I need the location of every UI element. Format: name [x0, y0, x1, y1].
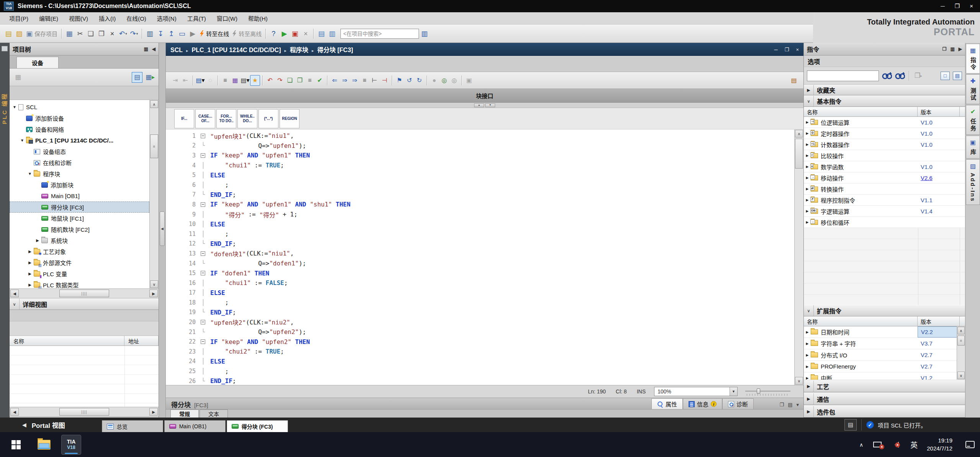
tab-devices[interactable]: 设备: [16, 57, 59, 68]
instruction-row[interactable]: ▶中断V1.2: [804, 372, 965, 380]
split-editor-horizontal-icon[interactable]: ▤: [316, 28, 327, 39]
search-down-icon[interactable]: [882, 71, 892, 80]
side-tab-测试[interactable]: ✚测试: [966, 74, 980, 104]
split-editor-vertical-icon[interactable]: ▥: [327, 28, 337, 39]
instruction-row[interactable]: ▶↔移位和循环: [804, 217, 965, 228]
list-pane-icon[interactable]: ▤: [788, 402, 792, 408]
bookmark-icon[interactable]: ⚑: [394, 75, 404, 86]
properties-button-诊断[interactable]: 诊断: [722, 398, 754, 409]
fold-toggle-icon[interactable]: −: [199, 251, 210, 256]
chevron-down-icon[interactable]: ∨: [804, 305, 814, 316]
go-offline-button[interactable]: 转至离线: [231, 28, 263, 39]
chevron-right-icon[interactable]: ▶: [804, 330, 811, 334]
minimize-icon[interactable]: ─: [941, 3, 945, 10]
code-line[interactable]: 18│ ;: [166, 298, 794, 308]
instruction-search-input[interactable]: [807, 70, 879, 81]
snippet-button-1[interactable]: CASE...OF...: [195, 109, 215, 128]
block-interface-bar[interactable]: 块接口: [166, 89, 803, 103]
collapse-panel-icon[interactable]: ◀: [152, 46, 155, 52]
scroll-left-icon[interactable]: ◀: [10, 290, 19, 297]
instruction-row[interactable]: ▶字符串 + 字符V3.7: [804, 338, 965, 349]
scroll-right-icon[interactable]: ▶: [149, 290, 158, 297]
breadcrumb-segment-3[interactable]: 得分块 [FC3]: [317, 47, 353, 53]
code-line[interactable]: 26└END_IF;: [166, 376, 794, 385]
show-all-objects-icon[interactable]: ▦▶: [145, 72, 155, 83]
version-cell[interactable]: V2.6: [918, 175, 960, 181]
code-line[interactable]: 15−IF "dofen1" THEN: [166, 268, 794, 278]
code-line[interactable]: 5│ELSE: [166, 170, 794, 180]
chevron-right-icon[interactable]: ▶: [804, 131, 811, 135]
properties-button-属性[interactable]: 属性: [651, 398, 683, 409]
insert-network-icon[interactable]: ⇥: [170, 75, 180, 86]
tree-item[interactable]: 随机数块 [FC2]: [10, 224, 149, 235]
add-network-icon[interactable]: ⇤: [180, 75, 190, 86]
menu-item-0[interactable]: 项目(P): [4, 14, 34, 22]
properties-button-信息[interactable]: 信息i: [683, 398, 722, 409]
chevron-right-icon[interactable]: ▶: [804, 85, 814, 95]
expand-closed-icon[interactable]: ▶: [27, 249, 33, 254]
menu-item-1[interactable]: 编辑(E): [34, 14, 64, 22]
expand-panel-icon[interactable]: ▶: [959, 46, 962, 52]
close-branch-icon[interactable]: ⊣: [380, 75, 389, 86]
menu-item-5[interactable]: 选项(N): [152, 14, 182, 22]
fold-toggle-icon[interactable]: −: [199, 271, 210, 275]
start-runtime-icon[interactable]: ▶: [187, 28, 198, 39]
search-up-icon[interactable]: [895, 71, 905, 80]
breadcrumb-segment-0[interactable]: SCL: [170, 47, 183, 53]
tree-item[interactable]: ▶系统块: [10, 235, 149, 246]
pane-minimize-icon[interactable]: ─: [774, 47, 778, 52]
update-block-call-icon[interactable]: ❏: [285, 75, 295, 86]
chevron-right-icon[interactable]: ▶: [804, 220, 811, 224]
side-tab-任务[interactable]: ✔任务: [966, 105, 980, 135]
online-diagnostics-icon[interactable]: ?: [268, 28, 279, 39]
basic-instructions-section[interactable]: ∨ 基本指令: [804, 95, 965, 107]
code-line[interactable]: 17│ELSE: [166, 288, 794, 298]
chevron-right-icon[interactable]: ▶: [804, 365, 811, 369]
chevron-right-icon[interactable]: ▶: [804, 353, 811, 357]
menu-item-8[interactable]: 帮助(H): [243, 14, 273, 22]
tree-item[interactable]: ▼程序块: [10, 168, 149, 179]
section-选件包[interactable]: ▶选件包: [804, 406, 965, 418]
zoom-select[interactable]: 100% ▼: [654, 387, 738, 396]
breadcrumb-segment-1[interactable]: PLC_1 [CPU 1214C DC/DC/DC]: [192, 47, 281, 53]
panel-options-icon[interactable]: ▥: [144, 46, 148, 52]
tree-item[interactable]: 地鼠块 [FC1]: [10, 213, 149, 224]
scroll-down-icon[interactable]: ∨: [150, 280, 158, 288]
portal-view-button[interactable]: Portal 视图: [32, 420, 65, 430]
instruction-row[interactable]: ▶+1计数器操作V1.0: [804, 139, 965, 150]
chevron-right-icon[interactable]: ▶: [804, 176, 811, 180]
tree-item[interactable]: 设备和网络: [10, 124, 149, 135]
chevron-right-icon[interactable]: ▶: [804, 376, 811, 380]
profile-filter-icon[interactable]: ❐▸: [913, 70, 924, 81]
code-line[interactable]: 9│ "得分" := "得分" + 1;: [166, 210, 794, 219]
slider-handle[interactable]: [757, 388, 760, 394]
pane-float-icon[interactable]: ❐: [785, 47, 789, 52]
tab-文本[interactable]: 文本: [200, 409, 228, 418]
chevron-down-icon[interactable]: ▾: [796, 402, 799, 408]
network-disconnected-icon[interactable]: ×: [873, 442, 882, 447]
expand-closed-icon[interactable]: ▶: [27, 260, 33, 265]
tia-taskbar-icon[interactable]: TIAV18: [61, 435, 81, 455]
scroll-thumb[interactable]: ≡: [150, 134, 158, 158]
ime-indicator[interactable]: 英: [910, 439, 918, 450]
monitoring-on-icon[interactable]: ◎: [439, 75, 449, 86]
pane-close-icon[interactable]: ×: [796, 47, 799, 52]
instruction-row[interactable]: ▶<比较操作: [804, 150, 965, 161]
section-工艺[interactable]: ▶工艺: [804, 380, 965, 392]
open-project-icon[interactable]: ▨: [14, 28, 25, 39]
editor-tab-Main (OB1)[interactable]: Main (OB1): [164, 420, 226, 432]
project-search-go-icon[interactable]: ▥: [419, 28, 430, 39]
expand-interface-icon[interactable]: ▲: [474, 103, 484, 107]
chevron-right-icon[interactable]: ▶: [804, 381, 814, 392]
fold-toggle-icon[interactable]: −: [199, 134, 210, 138]
scroll-down-icon[interactable]: ∨: [795, 377, 803, 385]
consistency-check-icon[interactable]: ✔: [315, 75, 325, 86]
snippet-button-2[interactable]: FOR...TO DO..: [216, 109, 236, 128]
scroll-up-icon[interactable]: ∧: [150, 100, 158, 108]
tree-item[interactable]: 添加新块: [10, 179, 149, 190]
start-simulation-icon[interactable]: ▶: [279, 28, 290, 39]
delete-icon[interactable]: ×: [107, 28, 118, 39]
tree-item[interactable]: 得分块 [FC3]: [10, 201, 149, 213]
view-table-icon[interactable]: ▤: [953, 72, 962, 80]
code-line[interactable]: 12└END_IF;: [166, 239, 794, 249]
